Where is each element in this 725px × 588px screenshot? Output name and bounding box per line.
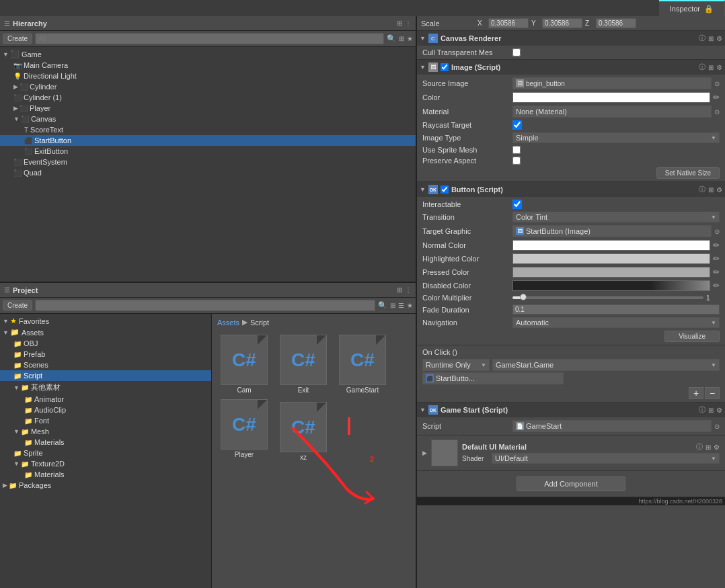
highlighted-color-dropper[interactable]: ✏ bbox=[713, 254, 720, 263]
button-script-info-icon[interactable]: ⓘ bbox=[699, 185, 705, 194]
hierarchy-create-btn[interactable]: Create bbox=[3, 34, 32, 44]
sidebar-item-sprite[interactable]: 📁 Sprite bbox=[0, 448, 211, 458]
sidebar-item-mesh[interactable]: ▼ 📁 Mesh bbox=[0, 426, 211, 437]
scale-z-input[interactable] bbox=[596, 18, 636, 28]
sidebar-item-font[interactable]: 📁 Font bbox=[0, 415, 211, 426]
gamescript-ref[interactable]: 📄 GameStart bbox=[512, 420, 712, 432]
scale-x-input[interactable] bbox=[488, 18, 529, 28]
image-script-header[interactable]: ▼ 🖼 Image (Script) ⓘ ⊞ ⚙ bbox=[417, 60, 725, 75]
file-item-gamestart[interactable]: C# GameStart bbox=[336, 335, 389, 394]
gamescript-link-icon[interactable]: ⊙ bbox=[714, 423, 720, 430]
sidebar-item-script[interactable]: 📁 Script bbox=[0, 370, 211, 381]
sidebar-item-packages[interactable]: ▶ 📁 Packages bbox=[0, 480, 211, 491]
cull-checkbox[interactable] bbox=[512, 48, 521, 56]
sidebar-item-assets[interactable]: ▼ 📁 Assets bbox=[0, 327, 211, 338]
function-dropdown[interactable]: GameStart.Game ▼ bbox=[492, 359, 720, 371]
disabled-color-swatch[interactable] bbox=[512, 280, 710, 291]
tree-item-scoretext[interactable]: T ScoreText bbox=[0, 124, 416, 135]
sidebar-item-obj[interactable]: 📁 OBJ bbox=[0, 338, 211, 349]
onclick-plus-btn[interactable]: + bbox=[689, 387, 703, 399]
sidebar-item-audioclip[interactable]: 📁 AudioClip bbox=[0, 405, 211, 415]
highlighted-color-swatch[interactable] bbox=[512, 253, 710, 264]
tree-item-cylinder1[interactable]: ⬛ Cylinder (1) bbox=[0, 92, 416, 103]
normal-color-dropper[interactable]: ✏ bbox=[713, 241, 720, 250]
tree-item-eventsystem[interactable]: ⬛ EventSystem bbox=[0, 157, 416, 167]
visualize-btn[interactable]: Visualize bbox=[664, 331, 720, 342]
image-script-expand-icon[interactable]: ⊞ bbox=[708, 64, 714, 71]
hierarchy-star-icon[interactable]: ★ bbox=[407, 35, 413, 42]
preserve-aspect-checkbox[interactable] bbox=[512, 157, 521, 165]
canvas-renderer-header[interactable]: ▼ C Canvas Renderer ⓘ ⊞ ⚙ bbox=[417, 31, 725, 46]
material-menu-icon[interactable]: ⚙ bbox=[714, 444, 720, 451]
project-search-input[interactable] bbox=[35, 300, 375, 311]
hierarchy-search-input[interactable] bbox=[35, 33, 384, 44]
project-filter-icon1[interactable]: ⊞ bbox=[390, 302, 395, 309]
button-script-menu-icon[interactable]: ⚙ bbox=[716, 186, 722, 194]
tree-item-cylinder[interactable]: ▶ ⬛ Cylinder bbox=[0, 81, 416, 92]
file-item-xz[interactable]: C# xz bbox=[276, 402, 330, 461]
game-start-expand-icon[interactable]: ⊞ bbox=[708, 407, 714, 414]
shader-dropdown[interactable]: UI/Default ▼ bbox=[492, 453, 720, 464]
runtime-only-dropdown[interactable]: Runtime Only ▼ bbox=[422, 359, 490, 371]
file-item-player[interactable]: C# Player bbox=[217, 399, 271, 461]
button-script-checkbox[interactable] bbox=[441, 185, 449, 194]
sidebar-item-othermaterials[interactable]: ▼ 📁 其他素材 bbox=[0, 381, 211, 394]
transition-dropdown[interactable]: Color Tint ▼ bbox=[512, 212, 720, 222]
sidebar-item-texture2d[interactable]: ▼ 📁 Texture2D bbox=[0, 458, 211, 469]
tree-item-quad[interactable]: ⬛ Quad bbox=[0, 167, 416, 178]
project-create-btn[interactable]: Create bbox=[3, 300, 32, 310]
interactable-checkbox[interactable] bbox=[512, 200, 522, 209]
button-script-expand-icon[interactable]: ⊞ bbox=[708, 186, 714, 194]
canvas-renderer-expand-icon[interactable]: ⊞ bbox=[708, 35, 714, 42]
disabled-color-dropper[interactable]: ✏ bbox=[713, 281, 720, 290]
game-start-menu-icon[interactable]: ⚙ bbox=[716, 407, 722, 414]
project-star-icon[interactable]: ★ bbox=[407, 302, 413, 309]
target-graphic-ref[interactable]: 🖼 StartButton (Image) bbox=[512, 225, 712, 237]
sidebar-item-materials-mesh[interactable]: 📁 Materials bbox=[0, 437, 211, 448]
source-image-ref[interactable]: 🖼 begin_button bbox=[512, 77, 712, 89]
tree-item-game[interactable]: ▼ ⬛ Game bbox=[0, 48, 416, 60]
tree-item-startbutton[interactable]: ⬛ StartButton bbox=[0, 135, 416, 146]
material-expand-icon[interactable]: ⊞ bbox=[705, 444, 711, 451]
use-sprite-checkbox[interactable] bbox=[512, 146, 521, 154]
canvas-renderer-info-icon[interactable]: ⓘ bbox=[699, 34, 705, 43]
material-link-icon[interactable]: ⊙ bbox=[714, 108, 720, 116]
raycast-checkbox[interactable] bbox=[512, 120, 522, 130]
material-ref[interactable]: None (Material) bbox=[512, 106, 712, 118]
image-script-menu-icon[interactable]: ⚙ bbox=[716, 64, 722, 71]
assets-breadcrumb[interactable]: Assets bbox=[217, 319, 239, 327]
material-info-icon[interactable]: ⓘ bbox=[696, 442, 703, 452]
navigation-dropdown[interactable]: Automatic ▼ bbox=[512, 317, 720, 328]
sidebar-item-prefab[interactable]: 📁 Prefab bbox=[0, 349, 211, 360]
tree-item-canvas[interactable]: ▼ ⬛ Canvas bbox=[0, 114, 416, 124]
image-script-checkbox[interactable] bbox=[441, 63, 449, 71]
tree-item-main-camera[interactable]: 📷 Main Camera bbox=[0, 60, 416, 71]
color-dropper-icon[interactable]: ✏ bbox=[713, 93, 720, 102]
file-item-exit[interactable]: C# Exit bbox=[276, 335, 330, 394]
tree-item-exitbutton[interactable]: ⬛ ExitButton bbox=[0, 146, 416, 157]
tree-item-player[interactable]: ▶ ⬛ Player bbox=[0, 103, 416, 114]
inspector-tab[interactable]: Inspector 🔒 bbox=[659, 0, 725, 16]
button-script-header[interactable]: ▼ OK Button (Script) ⓘ ⊞ ⚙ bbox=[417, 182, 725, 197]
target-graphic-link-icon[interactable]: ⊙ bbox=[714, 228, 720, 235]
game-start-info-icon[interactable]: ⓘ bbox=[699, 405, 705, 415]
tree-item-dir-light[interactable]: 💡 Directional Light bbox=[0, 71, 416, 81]
pressed-color-swatch[interactable] bbox=[512, 267, 710, 278]
game-start-header[interactable]: ▼ OK Game Start (Script) ⓘ ⊞ ⚙ bbox=[417, 403, 725, 417]
onclick-minus-btn[interactable]: − bbox=[705, 387, 720, 399]
material-expand-arrow[interactable]: ▶ bbox=[422, 450, 427, 456]
scale-y-input[interactable] bbox=[542, 18, 582, 28]
normal-color-swatch[interactable] bbox=[512, 240, 710, 251]
pressed-color-dropper[interactable]: ✏ bbox=[713, 267, 720, 277]
project-filter-icon2[interactable]: ☰ bbox=[398, 302, 404, 309]
sidebar-item-materials2[interactable]: 📁 Materials bbox=[0, 469, 211, 480]
fade-duration-input[interactable] bbox=[512, 304, 720, 314]
sidebar-item-animator[interactable]: 📁 Animator bbox=[0, 394, 211, 405]
source-image-link-icon[interactable]: ⊙ bbox=[714, 80, 720, 87]
color-swatch-image[interactable] bbox=[512, 92, 710, 103]
image-type-dropdown[interactable]: Simple ▼ bbox=[512, 132, 720, 143]
canvas-renderer-menu-icon[interactable]: ⚙ bbox=[716, 35, 722, 42]
sidebar-item-favorites[interactable]: ▼ ★ Favorites bbox=[0, 315, 211, 327]
add-component-btn[interactable]: Add Component bbox=[517, 476, 625, 491]
image-script-info-icon[interactable]: ⓘ bbox=[699, 62, 705, 72]
